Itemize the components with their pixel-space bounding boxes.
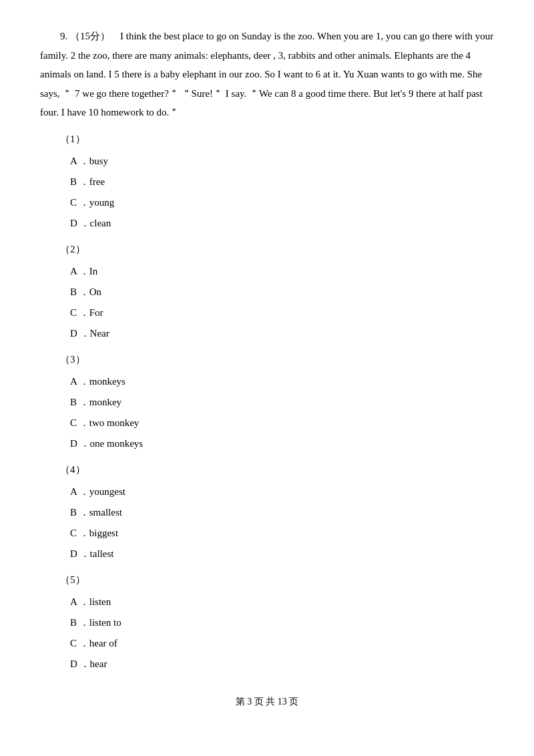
option-2-D: D ．Near	[70, 325, 494, 343]
question-passage: I think the best place to go on Sunday i…	[40, 31, 493, 118]
option-1-D: D ．clean	[70, 214, 494, 232]
option-3-B: B ．monkey	[70, 393, 494, 411]
page-footer: 第 3 页 共 13 页	[40, 693, 494, 710]
option-1-C: C ．young	[70, 194, 494, 212]
subquestions-container: （1）A ．busyB ．freeC ．youngD ．clean（2）A ．I…	[40, 130, 494, 673]
option-1-B: B ．free	[70, 173, 494, 191]
option-3-C: C ．two monkey	[70, 414, 494, 432]
question-container: 9. （15分） I think the best place to go on…	[40, 27, 494, 673]
subquestion-label-1: （1）	[60, 130, 494, 148]
subquestion-label-3: （3）	[60, 351, 494, 369]
option-2-C: C ．For	[70, 304, 494, 322]
option-4-B: B ．smallest	[70, 504, 494, 522]
subquestion-label-5: （5）	[60, 571, 494, 589]
option-5-D: D ．hear	[70, 655, 494, 673]
option-3-A: A ．monkeys	[70, 373, 494, 391]
subquestion-label-2: （2）	[60, 240, 494, 258]
option-1-A: A ．busy	[70, 152, 494, 170]
question-score: （15分）	[70, 31, 110, 41]
option-4-A: A ．youngest	[70, 483, 494, 501]
option-4-C: C ．biggest	[70, 524, 494, 542]
option-5-C: C ．hear of	[70, 634, 494, 652]
option-4-D: D ．tallest	[70, 545, 494, 563]
option-5-B: B ．listen to	[70, 614, 494, 632]
subquestion-label-4: （4）	[60, 461, 494, 479]
question-header: 9. （15分） I think the best place to go on…	[40, 27, 494, 122]
option-3-D: D ．one monkeys	[70, 435, 494, 453]
question-number: 9.	[60, 31, 67, 41]
option-5-A: A ．listen	[70, 593, 494, 611]
option-2-A: A ．In	[70, 262, 494, 280]
footer-text: 第 3 页 共 13 页	[236, 697, 299, 707]
option-2-B: B ．On	[70, 283, 494, 301]
